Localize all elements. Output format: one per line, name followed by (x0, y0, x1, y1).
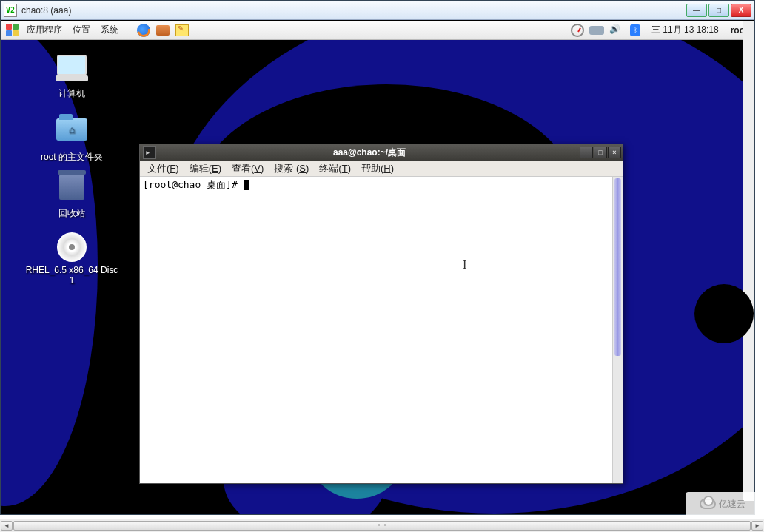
terminal-body[interactable]: [root@chao 桌面]# I (140, 177, 623, 483)
terminal-window[interactable]: ►_ aaa@chao:~/桌面 _ □ × 文件(F) 编辑(E) 查看(V)… (139, 144, 623, 484)
desktop-icon-label: 回收站 (24, 207, 120, 220)
vnc-horizontal-scrollbar-thumb[interactable]: ⋮⋮ (13, 521, 751, 531)
vnc-window: V2 chao:8 (aaa) — □ X 应用程序 位置 系统 (0, 0, 755, 515)
vnc-horizontal-scrollbar[interactable]: ◄ ⋮⋮ ► (0, 519, 764, 532)
dvd-icon (54, 232, 90, 262)
terminal-app-icon: ►_ (143, 146, 156, 159)
wallpaper-shape (694, 284, 754, 343)
terminal-menu-help[interactable]: 帮助(H) (361, 162, 394, 175)
vnc-logo-icon: V2 (4, 4, 17, 17)
trash-icon (54, 175, 90, 204)
scrollbar-grip-icon: ⋮⋮ (378, 524, 386, 528)
scroll-right-arrow-icon[interactable]: ► (751, 521, 763, 531)
terminal-prompt: [root@chao 桌面]# (143, 179, 244, 190)
terminal-menu-view[interactable]: 查看(V) (232, 162, 264, 175)
text-cursor-icon: I (463, 258, 466, 272)
terminal-menubar: 文件(F) 编辑(E) 查看(V) 搜索 (S) 终端(T) 帮助(H) (140, 161, 623, 177)
menu-applications[interactable]: 应用程序 (24, 24, 65, 36)
desktop-icon-computer[interactable]: 计算机 (24, 55, 120, 100)
menu-places[interactable]: 位置 (70, 24, 93, 36)
panel-clock[interactable]: 三 11月 13 18:18 (647, 24, 723, 36)
terminal-scrollbar[interactable] (612, 177, 623, 483)
dictionary-launcher-icon[interactable] (155, 23, 170, 38)
terminal-menu-edit[interactable]: 编辑(E) (190, 162, 221, 175)
desktop-icon-dvd[interactable]: RHEL_6.5 x86_64 Disc 1 (24, 232, 120, 286)
home-folder-icon (54, 118, 90, 148)
volume-icon[interactable] (609, 23, 623, 38)
terminal-maximize-button[interactable]: □ (594, 147, 607, 158)
terminal-menu-terminal[interactable]: 终端(T) (319, 162, 351, 175)
terminal-titlebar[interactable]: ►_ aaa@chao:~/桌面 _ □ × (140, 144, 623, 161)
desktop-icon-label: root 的主文件夹 (24, 151, 120, 164)
firefox-launcher-icon[interactable] (136, 23, 151, 38)
disk-icon[interactable] (589, 23, 604, 38)
terminal-close-button[interactable]: × (608, 147, 621, 158)
cloud-icon (700, 499, 716, 509)
menu-system[interactable]: 系统 (98, 24, 121, 36)
desktop-icon-label: 计算机 (24, 87, 120, 100)
desktop-body[interactable]: 计算机 root 的主文件夹 回收站 RHEL_6.5 x86_64 Disc … (1, 40, 754, 514)
terminal-menu-search[interactable]: 搜索 (S) (274, 162, 309, 175)
watermark: 亿速云 (686, 492, 760, 516)
bluetooth-icon[interactable]: ᛒ (628, 23, 643, 38)
vnc-titlebar[interactable]: V2 chao:8 (aaa) — □ X (1, 1, 754, 20)
vnc-minimize-button[interactable]: — (686, 4, 707, 17)
scroll-left-arrow-icon[interactable]: ◄ (1, 521, 13, 531)
vnc-close-button[interactable]: X (731, 4, 751, 17)
terminal-scrollbar-thumb[interactable] (614, 178, 621, 356)
gnome-desktop: 应用程序 位置 系统 ᛒ 三 11月 13 18:18 root (1, 21, 754, 514)
gnome-top-panel: 应用程序 位置 系统 ᛒ 三 11月 13 18:18 root (1, 21, 754, 40)
watermark-text: 亿速云 (719, 498, 745, 511)
desktop-icon-label: RHEL_6.5 x86_64 Disc 1 (24, 265, 120, 286)
terminal-minimize-button[interactable]: _ (580, 147, 593, 158)
computer-icon (54, 55, 90, 84)
notes-launcher-icon[interactable] (175, 23, 190, 38)
terminal-menu-file[interactable]: 文件(F) (147, 162, 179, 175)
vnc-content: 应用程序 位置 系统 ᛒ 三 11月 13 18:18 root (1, 21, 754, 514)
terminal-title: aaa@chao:~/桌面 (159, 147, 580, 159)
gnome-foot-icon[interactable] (4, 23, 19, 38)
vnc-title: chao:8 (aaa) (21, 5, 686, 16)
vnc-vertical-scrollbar[interactable] (743, 21, 754, 501)
desktop-icon-trash[interactable]: 回收站 (24, 173, 120, 220)
desktop-icon-home[interactable]: root 的主文件夹 (24, 114, 120, 164)
vnc-maximize-button[interactable]: □ (708, 4, 729, 17)
terminal-cursor (244, 180, 249, 190)
system-monitor-icon[interactable] (570, 23, 585, 38)
